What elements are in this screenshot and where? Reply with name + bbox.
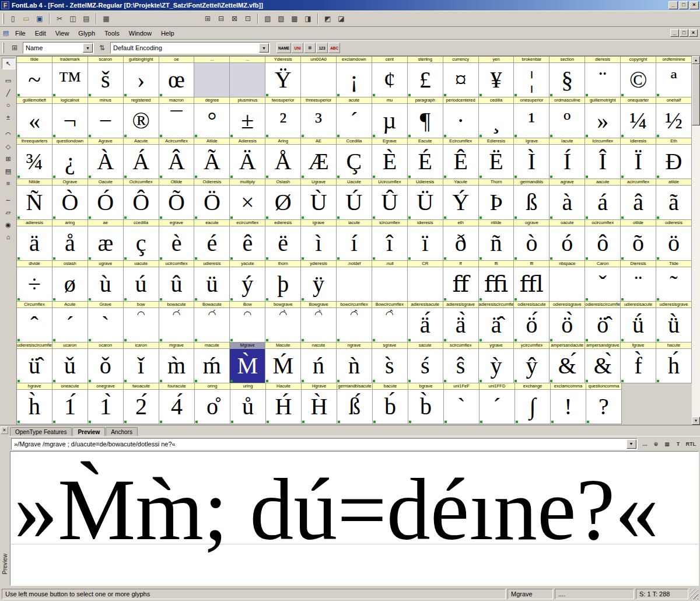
glyph-cell-Iacute[interactable]: IacuteÍ <box>550 138 585 179</box>
glyph-cell-ugrave[interactable]: ugraveù <box>88 261 124 302</box>
glyph-cell-Acircumflex[interactable]: AcircumflexÂ <box>159 138 195 179</box>
glyph-cell-dieresis[interactable]: dieresis¨ <box>585 57 621 97</box>
glyph-cell-egrave[interactable]: egraveè <box>159 220 195 261</box>
glyph-cell-trademark[interactable]: trademark™ <box>52 57 88 97</box>
glyph-cell-ampersandacute[interactable]: ampersandacute&́ <box>550 343 585 383</box>
eraser-tool[interactable]: ▭ <box>2 75 15 86</box>
glyph-cell-scaron[interactable]: scaronš <box>88 57 124 97</box>
menu-edit[interactable]: Edit <box>30 28 51 39</box>
glyph-cell-ycircumflex[interactable]: ycircumflexŷ <box>514 343 550 383</box>
glyph-cell-sterling[interactable]: sterling£ <box>408 57 443 97</box>
glyph-cell-aacute[interactable]: aacuteá <box>585 179 621 220</box>
glyph-cell-exclamdown[interactable]: exclamdown¡ <box>337 57 372 97</box>
glyph-cell-Agrave[interactable]: AgraveÀ <box>88 138 124 179</box>
caption-names-button[interactable]: NAME <box>276 43 291 53</box>
glyph-cell-copyright[interactable]: copyright© <box>621 57 656 97</box>
open-icon[interactable]: ▭ <box>20 13 33 25</box>
tab-anchors[interactable]: Anchors <box>106 427 138 436</box>
glyph-cell-germandbls[interactable]: germandblsß <box>514 179 550 220</box>
glyph-cell-Yacute[interactable]: YacuteÝ <box>443 179 479 220</box>
glyph-cell-periodcentered[interactable]: periodcentered· <box>443 97 479 138</box>
table-tool[interactable]: ▤ <box>2 165 15 177</box>
glyph-cell-exclamcomma[interactable]: exclamcomma! <box>551 383 586 424</box>
glyph-cell-Hgrave[interactable]: HgraveH̀ <box>302 383 337 424</box>
glyph-cell-cedilla[interactable]: cedilla¸ <box>479 97 514 138</box>
cut-icon[interactable]: ✂ <box>53 13 66 25</box>
meter-tool[interactable]: ± <box>2 111 15 123</box>
caption-unicode-button[interactable]: UNI <box>292 43 303 53</box>
glyph-cell-Mgrave[interactable]: MgraveM̀ <box>230 343 265 383</box>
save-icon[interactable]: ▣ <box>33 13 46 25</box>
glyph-cell-igrave[interactable]: igraveì <box>301 220 337 261</box>
glyph-cell-onegrave[interactable]: onegrave1̀ <box>88 383 124 424</box>
minimize-button[interactable]: _ <box>668 1 678 9</box>
glyph-cell-udieresisacute[interactable]: udieresisacuteǘ <box>621 302 656 343</box>
chevron-down-icon[interactable]: ▼ <box>83 43 93 53</box>
tab-preview[interactable]: Preview <box>72 427 105 436</box>
glyph-cell-uring[interactable]: uringů <box>230 383 266 424</box>
glyph-cell-ampersandgrave[interactable]: ampersandgrave&̀ <box>585 343 621 383</box>
glyph-cell-sacute[interactable]: sacuteś <box>408 343 443 383</box>
glyph-cell-uni1FFD[interactable]: uni1FFD´ <box>480 383 515 424</box>
mdi-minimize-button[interactable]: _ <box>670 29 679 37</box>
glyph-cell-odieresisacute[interactable]: odieresisacuteö́ <box>514 302 550 343</box>
glyph-cell-...[interactable]: ... <box>230 57 265 97</box>
copy-icon[interactable]: ◫ <box>66 13 79 25</box>
glyph-cell-ocaron[interactable]: ocaronǒ <box>88 343 124 383</box>
glyph-cell-Otilde[interactable]: OtildeÕ <box>159 179 195 220</box>
glyph-cell-Tilde[interactable]: Tilde˜ <box>656 261 692 302</box>
glyph-cell-plusminus[interactable]: plusminus± <box>230 97 265 138</box>
glyph-cell-guillemotright[interactable]: guillemotright» <box>585 97 621 138</box>
glyph-cell-Caron[interactable]: Caronˇ <box>585 261 621 302</box>
toolbar-drag-handle[interactable] <box>2 13 4 24</box>
glyph-cell-ecircumflex[interactable]: ecircumflexê <box>230 220 265 261</box>
glyph-cell-bow[interactable]: bow◠ <box>124 302 159 343</box>
glyph-cell-oring[interactable]: oringo̊ <box>195 383 230 424</box>
preview-features-button[interactable]: T <box>673 439 684 449</box>
glyph-cell-oslash[interactable]: oslashø <box>52 261 88 302</box>
glyph-cell-section[interactable]: section§ <box>550 57 585 97</box>
menu-tools[interactable]: Tools <box>100 28 124 39</box>
ellipse-tool[interactable]: ◉ <box>2 219 15 230</box>
glyph-cell-questiondown[interactable]: questiondown¿ <box>52 138 88 179</box>
rect-tool[interactable]: ▱ <box>2 207 15 218</box>
glyph-cell-minus[interactable]: minus− <box>88 97 124 138</box>
glyph-cell-udieresisgrave[interactable]: udieresisgraveǜ <box>656 302 692 343</box>
glyph-cell-divide[interactable]: divide÷ <box>17 261 52 302</box>
glyph-cell-ucaron[interactable]: ucaronǔ <box>52 343 88 383</box>
glyph-cell-registered[interactable]: registered® <box>124 97 159 138</box>
glyph-cell-mu[interactable]: muµ <box>372 97 408 138</box>
glyph-cell-ygrave[interactable]: ygraveỳ <box>479 343 514 383</box>
glyph-cell-macron[interactable]: macron¯ <box>159 97 195 138</box>
glyph-cell-paragraph[interactable]: paragraph¶ <box>408 97 443 138</box>
glyph-cell-degree[interactable]: degree° <box>194 97 230 138</box>
glyph-cell-adieresisgrave[interactable]: adieresisgraveä̀ <box>443 302 479 343</box>
mdi-restore-button[interactable]: □ <box>680 29 688 37</box>
preview-zoom-button[interactable]: ⊕ <box>651 439 662 449</box>
font-map-button[interactable]: ⊞ <box>8 42 21 54</box>
glyph-cell-ffl[interactable]: fflﬄ <box>514 261 550 302</box>
wave-tool[interactable]: ∼ <box>2 194 15 206</box>
glyph-cell-ocircumflex[interactable]: ocircumflexô <box>585 220 621 261</box>
glyph-cell-Uacute[interactable]: UacuteÚ <box>337 179 372 220</box>
glyph-cell-agrave[interactable]: agraveà <box>550 179 585 220</box>
glyph-cell-uacute[interactable]: uacuteú <box>124 261 159 302</box>
glyph-cell-Ntilde[interactable]: NtildeÑ <box>17 179 52 220</box>
toolbar-drag-handle[interactable] <box>2 43 4 53</box>
glyph-cell-Odieresis[interactable]: OdieresisÖ <box>194 179 230 220</box>
glyph-cell-oe[interactable]: oeœ <box>159 57 195 97</box>
glyph-cell-mgrave[interactable]: mgravem̀ <box>159 343 195 383</box>
glyph-cell-ff[interactable]: ffﬀ <box>443 261 479 302</box>
glyph-cell-Ecircumflex[interactable]: EcircumflexÊ <box>443 138 479 179</box>
menu-view[interactable]: View <box>51 28 74 39</box>
edit-tool[interactable]: ↖ <box>2 58 15 69</box>
glyph-cell-Edieresis[interactable]: EdieresisË <box>479 138 514 179</box>
preview-options-button[interactable]: … <box>640 439 650 449</box>
glyph-cell-hgrave[interactable]: hgraveh̀ <box>17 383 52 424</box>
glyph-cell-threequarters[interactable]: threequarters¾ <box>17 138 52 179</box>
glyph-cell-oneacute[interactable]: oneacute1́ <box>52 383 88 424</box>
glyph-cell-Egrave[interactable]: EgraveÈ <box>372 138 408 179</box>
glyph-cell-Aacute[interactable]: AacuteÁ <box>124 138 159 179</box>
glyph-cell-ntilde[interactable]: ntildeñ <box>479 220 514 261</box>
hand-tool[interactable]: ⌂ <box>2 231 15 243</box>
